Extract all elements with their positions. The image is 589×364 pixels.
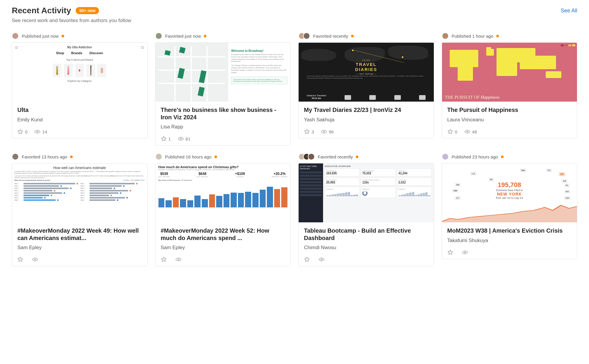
view-count: 14	[42, 129, 47, 134]
activity-grid: Published just now My Ulta Addiction Sho…	[12, 32, 577, 266]
viz-thumbnail[interactable]: My Ulta Addiction ShopBrandsDiscover Top…	[12, 43, 147, 102]
svg-point-6	[321, 259, 322, 260]
viz-author[interactable]: Sam Epley	[17, 245, 142, 251]
section-title: Recent Activity	[12, 6, 71, 15]
viz-thumbnail[interactable]: How much do Americans spend on Christmas…	[155, 163, 291, 222]
activity-header: Favorited just now	[155, 32, 291, 39]
views-stat	[462, 250, 470, 254]
favorite-count: 1	[168, 136, 171, 141]
author-avatar[interactable]	[12, 153, 19, 160]
viz-author[interactable]: Laura Vrinceanu	[447, 117, 572, 123]
svg-point-3	[466, 131, 468, 133]
viz-card[interactable]: OT-BY Web Traffic Dashboard EXECUTIVE OV…	[298, 163, 434, 266]
viz-card[interactable]: THE PURSUIT OF Happiness The Pursuit of …	[442, 42, 578, 138]
author-avatar[interactable]	[12, 32, 19, 39]
author-avatar[interactable]	[155, 32, 162, 39]
favorite-count: 0	[25, 129, 27, 134]
activity-text: Favorited recently	[318, 154, 353, 159]
activity-card: Published 23 hours ago MATXLANYRIAZDEFLN…	[442, 153, 578, 266]
viz-card[interactable]: 22/23 TRAVEL DIARIES — Yash Sakhuja — As…	[298, 42, 434, 138]
favorite-button[interactable]	[447, 249, 455, 255]
viz-card[interactable]: MATXLANYRIAZDEFLNMNVCTOH 195,708 Evictio…	[442, 163, 578, 259]
activity-text: Published 1 hour ago	[452, 34, 494, 39]
activity-card: Favorited recently 22/23 TRAVEL DIARIES …	[298, 32, 434, 145]
views-stat	[176, 257, 183, 262]
svg-point-4	[34, 259, 36, 260]
activity-card: Published 16 hours ago How much do Ameri…	[155, 153, 291, 266]
viz-thumbnail[interactable]: THE PURSUIT OF Happiness	[442, 43, 577, 102]
activity-text: Published 23 hours ago	[452, 154, 498, 159]
author-avatar[interactable]	[308, 153, 315, 160]
viz-thumbnail[interactable]: There's no business like show business W…	[155, 43, 291, 102]
activity-text: Favorited 13 hours ago	[22, 154, 67, 159]
activity-header: Favorited recently	[298, 32, 434, 39]
author-avatar[interactable]	[442, 153, 449, 160]
svg-point-5	[178, 259, 179, 260]
viz-title[interactable]: MoM2023 W38 | America's Eviction Crisis	[447, 227, 572, 235]
viz-card[interactable]: How much do Americans spend on Christmas…	[155, 163, 291, 266]
activity-card: Favorited just now There's no business l…	[155, 32, 291, 145]
viz-author[interactable]: Takafumi Shukuya	[447, 238, 572, 244]
view-count: 81	[186, 136, 191, 141]
activity-header: Published 16 hours ago	[155, 153, 291, 160]
activity-header: Published 1 hour ago	[442, 32, 578, 39]
views-stat	[32, 257, 40, 262]
activity-header: Favorited recently	[298, 153, 434, 160]
new-badge: 50+ new	[76, 7, 99, 14]
views-stat: 81	[178, 136, 191, 141]
views-stat: 48	[464, 129, 477, 134]
unread-dot-icon	[70, 155, 73, 158]
views-stat	[319, 257, 326, 262]
viz-thumbnail[interactable]: MATXLANYRIAZDEFLNMNVCTOH 195,708 Evictio…	[442, 163, 577, 222]
viz-title[interactable]: My Travel Diaries 22/23 | IronViz 24	[304, 106, 428, 114]
favorite-count: 3	[312, 129, 314, 134]
viz-card[interactable]: There's no business like show business W…	[155, 42, 291, 145]
activity-card: Favorited 13 hours ago How well can Amer…	[12, 153, 148, 266]
favorite-button[interactable]: 0	[17, 129, 27, 135]
viz-title[interactable]: Tableau Bootcamp - Build an Effective Da…	[304, 227, 428, 242]
unread-dot-icon	[62, 35, 64, 37]
viz-thumbnail[interactable]: OT-BY Web Traffic Dashboard EXECUTIVE OV…	[299, 163, 434, 222]
favorite-button[interactable]: 0	[447, 129, 457, 135]
viz-card[interactable]: How well can Americans estimate In Janua…	[12, 163, 148, 266]
see-all-link[interactable]: See All	[561, 8, 577, 14]
favorite-button[interactable]: 3	[304, 129, 314, 135]
viz-thumbnail[interactable]: 22/23 TRAVEL DIARIES — Yash Sakhuja — As…	[299, 43, 434, 102]
favorite-button[interactable]	[17, 257, 25, 262]
unread-dot-icon	[356, 155, 358, 158]
favorite-button[interactable]	[304, 257, 312, 262]
svg-point-7	[464, 252, 466, 253]
views-stat: 14	[34, 129, 47, 134]
unread-dot-icon	[351, 35, 354, 37]
svg-point-1	[180, 138, 181, 140]
viz-thumbnail[interactable]: How well can Americans estimate In Janua…	[12, 163, 147, 222]
favorite-count: 0	[455, 129, 457, 134]
viz-title[interactable]: #MakeoverMonday 2022 Week 49: How well c…	[17, 227, 142, 242]
activity-text: Favorited just now	[165, 34, 201, 39]
activity-header: Published 23 hours ago	[442, 153, 578, 160]
author-avatar[interactable]	[442, 32, 449, 39]
viz-title[interactable]: The Pursuit of Happiness	[447, 106, 572, 114]
viz-author[interactable]: Yash Sakhuja	[304, 117, 428, 123]
unread-dot-icon	[501, 155, 504, 158]
author-avatar[interactable]	[303, 32, 310, 39]
favorite-button[interactable]: 1	[161, 136, 171, 142]
activity-text: Published 16 hours ago	[165, 154, 212, 159]
viz-card[interactable]: My Ulta Addiction ShopBrandsDiscover Top…	[12, 42, 148, 138]
viz-author[interactable]: Sam Epley	[161, 245, 285, 251]
viz-author[interactable]: Emily Kund	[17, 117, 142, 123]
viz-title[interactable]: There's no business like show business -…	[161, 106, 285, 121]
activity-text: Published just now	[22, 34, 59, 39]
activity-card: Published just now My Ulta Addiction Sho…	[12, 32, 148, 145]
activity-card: Favorited recently OT-BY Web Traffic Das…	[298, 153, 434, 266]
view-count: 48	[472, 129, 477, 134]
section-subtitle: See recent work and favorites from autho…	[12, 18, 577, 24]
views-stat: 96	[321, 129, 334, 134]
viz-title[interactable]: #MakeoverMonday 2022 Week 52: How much d…	[161, 227, 285, 242]
author-avatar[interactable]	[155, 153, 162, 160]
favorite-button[interactable]	[161, 257, 168, 262]
unread-dot-icon	[496, 35, 499, 37]
viz-author[interactable]: Lisa Rapp	[161, 124, 285, 130]
viz-title[interactable]: Ulta	[17, 106, 142, 114]
viz-author[interactable]: Chimdi Nwosu	[304, 245, 428, 251]
